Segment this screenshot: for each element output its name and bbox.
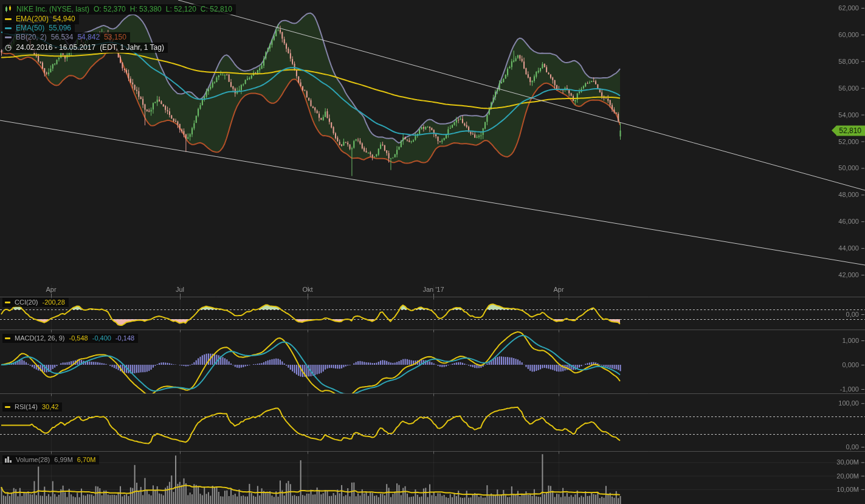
ema50-value: 55,096 bbox=[49, 24, 71, 32]
ema200-value: 54,940 bbox=[53, 15, 75, 23]
high-label: H: bbox=[130, 5, 137, 13]
ema200-color-dash-icon bbox=[5, 18, 12, 20]
close-value: 52,810 bbox=[210, 5, 232, 13]
bb-middle-value: 54,842 bbox=[77, 33, 100, 41]
volume-title: Volume(28) bbox=[16, 456, 50, 463]
cci-value: -200,28 bbox=[43, 299, 65, 306]
cci-color-dash-icon bbox=[5, 302, 10, 303]
bb-label: BB(20, 2) bbox=[16, 33, 47, 41]
legend-bollinger[interactable]: BB(20, 2) 56,534 54,842 53,150 bbox=[2, 32, 130, 43]
candlestick-chart-icon bbox=[5, 5, 12, 13]
volume-bar-value: 6,99M bbox=[54, 456, 73, 463]
bb-lower-value: 53,150 bbox=[104, 33, 126, 41]
low-value: 52,120 bbox=[174, 5, 196, 13]
high-value: 53,380 bbox=[139, 5, 162, 13]
date-range-text: 24.02.2016 - 16.05.2017 bbox=[16, 43, 95, 52]
macd-value: -0,548 bbox=[69, 334, 88, 342]
bb-upper-value: 56,534 bbox=[51, 33, 74, 41]
symbol-name: NIKE Inc. (NYSE, last) bbox=[16, 5, 89, 13]
rsi-panel-header[interactable]: RSI(14) 30,42 bbox=[2, 402, 62, 412]
open-value: 52,370 bbox=[103, 5, 126, 13]
date-range-detail: (EDT, 1 Jahr, 1 Tag) bbox=[100, 43, 164, 52]
clock-icon: ◷ bbox=[5, 44, 12, 51]
macd-signal-value: -0,400 bbox=[92, 334, 111, 342]
open-label: O: bbox=[94, 5, 102, 13]
volume-panel-header[interactable]: Volume(28) 6,99M 6,70M bbox=[2, 455, 99, 464]
ema50-label: EMA(50) bbox=[16, 24, 44, 32]
ema50-color-dash-icon bbox=[5, 27, 12, 29]
volume-ma-value: 6,70M bbox=[77, 456, 96, 463]
close-label: C: bbox=[201, 5, 208, 13]
macd-color-dash-icon bbox=[5, 337, 10, 339]
cci-panel-header[interactable]: CCI(20) -200,28 bbox=[2, 298, 69, 307]
rsi-color-dash-icon bbox=[5, 406, 10, 408]
macd-panel-header[interactable]: MACD(12, 26, 9) -0,548 -0,400 -0,148 bbox=[2, 334, 138, 343]
low-label: L: bbox=[166, 5, 172, 13]
chart-window: { "title_row":{"symbol":"NIKE Inc. (NYSE… bbox=[0, 0, 865, 504]
macd-title: MACD(12, 26, 9) bbox=[15, 334, 65, 342]
legend-symbol-row[interactable]: NIKE Inc. (NYSE, last) O: 52,370 H: 53,3… bbox=[2, 4, 236, 15]
legend-date-range[interactable]: ◷ 24.02.2016 - 16.05.2017 (EDT, 1 Jahr, … bbox=[2, 43, 168, 53]
ema200-label: EMA(200) bbox=[16, 15, 49, 23]
macd-hist-value: -0,148 bbox=[115, 334, 134, 342]
rsi-title: RSI(14) bbox=[15, 403, 38, 410]
rsi-value: 30,42 bbox=[42, 403, 59, 410]
cci-title: CCI(20) bbox=[15, 299, 38, 306]
volume-bars-icon bbox=[5, 457, 12, 463]
price-chart-canvas[interactable] bbox=[0, 0, 865, 504]
bb-color-dash-icon bbox=[5, 36, 12, 38]
